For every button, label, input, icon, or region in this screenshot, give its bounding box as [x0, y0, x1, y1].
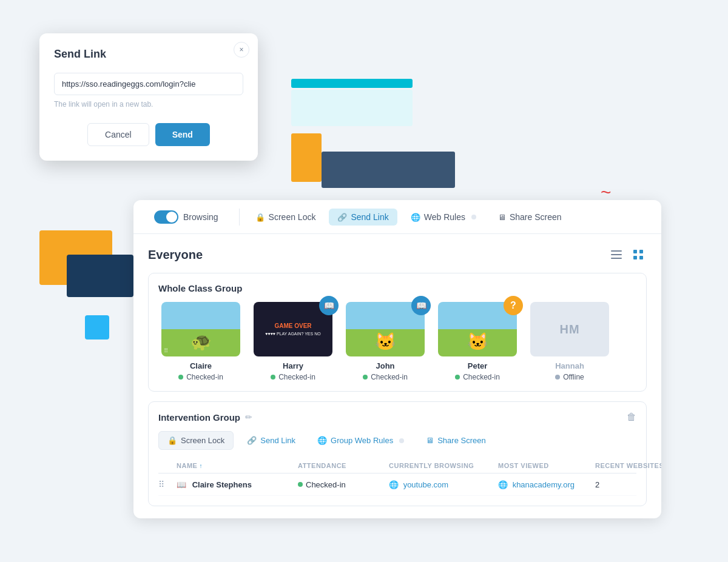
dialog-close-button[interactable]: × — [234, 42, 249, 58]
student-name-hannah: Hannah — [555, 361, 584, 370]
int-send-link-button[interactable]: Send Link — [238, 432, 304, 449]
student-thumbnail-claire: ⠿ — [161, 302, 240, 356]
td-drag — [158, 480, 177, 489]
svg-rect-1 — [611, 254, 622, 255]
section-title: Everyone — [148, 248, 203, 262]
status-dot-peter — [455, 375, 460, 380]
share-screen-label: Share Screen — [510, 212, 562, 222]
url-input[interactable] — [54, 73, 243, 95]
badge-peter: ? — [504, 296, 523, 315]
book-icon-row: 📖 — [177, 480, 186, 489]
web-rules-button[interactable]: Web Rules — [402, 209, 485, 226]
sort-arrow: ↑ — [199, 463, 203, 469]
view-icons — [608, 246, 647, 263]
student-table: NAME ↑ ATTENDANCE CURRENTLY BROWSING MOS… — [158, 458, 636, 496]
content-area: Everyone — [133, 234, 661, 518]
deco-orange-block — [291, 133, 322, 182]
svg-rect-3 — [633, 250, 637, 253]
int-link-icon — [247, 436, 257, 445]
monitor-icon — [498, 212, 506, 222]
url-hint: The link will open in a new tab. — [54, 100, 243, 109]
grid-view-button[interactable] — [630, 246, 647, 263]
status-john: Checked-in — [363, 373, 408, 381]
status-harry: Checked-in — [271, 373, 315, 381]
dialog-title: Send Link — [54, 48, 243, 61]
screen-lock-label: Screen Lock — [269, 212, 316, 222]
student-card-claire: ⠿ Claire Checked-in — [158, 302, 243, 381]
trash-icon[interactable]: 🗑 — [627, 412, 636, 423]
td-attendance: Checked-in — [298, 480, 389, 489]
send-link-button[interactable]: Send Link — [329, 209, 397, 226]
intervention-toolbar: Screen Lock Send Link Group Web Rules Sh… — [158, 431, 636, 450]
lock-icon — [255, 212, 265, 222]
cancel-button[interactable]: Cancel — [87, 123, 149, 146]
student-card-hannah: HM Hannah Offline — [527, 302, 612, 381]
student-name-claire: Claire — [190, 361, 212, 370]
th-recent-websites: RECENT WEBSITES — [595, 462, 661, 469]
student-name-peter: Peter — [468, 361, 488, 370]
avatar-hannah: HM — [530, 302, 609, 356]
status-label-claire: Checked-in — [186, 373, 223, 381]
student-full-name: Claire Stephens — [192, 480, 252, 489]
browsing-toggle[interactable] — [154, 210, 178, 224]
student-thumbnail-hannah: HM — [530, 302, 609, 356]
table-row: 📖 Claire Stephens Checked-in 🌐 youtube.c… — [158, 473, 636, 496]
deco-navy-bottom-left — [67, 255, 133, 297]
share-screen-button[interactable]: Share Screen — [490, 209, 570, 226]
int-web-rules-dot — [399, 438, 404, 443]
int-share-screen-label: Share Screen — [437, 436, 486, 445]
badge-harry: 📖 — [319, 296, 339, 315]
status-label-john: Checked-in — [371, 373, 408, 381]
status-dot-hannah — [555, 375, 560, 380]
book-icon-harry: 📖 — [324, 301, 334, 310]
student-card-harry: 📖 Harry Checked-in — [251, 302, 335, 381]
td-most-viewed: 🌐 khanacademy.org — [498, 480, 595, 489]
svg-rect-4 — [639, 250, 643, 253]
screen-lock-button[interactable]: Screen Lock — [247, 209, 325, 226]
globe-icon — [411, 212, 420, 222]
thumb-bg-claire: ⠿ — [161, 302, 240, 356]
status-dot-harry — [271, 375, 275, 380]
int-screen-lock-button[interactable]: Screen Lock — [158, 431, 234, 450]
drag-dots-claire: ⠿ — [164, 347, 168, 354]
svg-rect-2 — [611, 258, 622, 259]
deco-navy-block — [322, 152, 455, 188]
student-name-john: John — [376, 361, 394, 370]
student-thumbnail-peter: 🐱 ? — [438, 302, 517, 356]
status-hannah: Offline — [555, 373, 584, 381]
book-icon-john: 📖 — [416, 301, 426, 310]
th-most-viewed: MOST VIEWED — [498, 462, 595, 469]
globe-icon-row: 🌐 — [389, 480, 399, 489]
deco-teal-bar — [291, 79, 413, 88]
deco-teal-block — [291, 90, 413, 126]
svg-rect-6 — [639, 256, 643, 259]
main-panel: Browsing Screen Lock Send Link Web Rules… — [133, 200, 661, 518]
int-lock-icon — [167, 436, 177, 445]
int-share-screen-button[interactable]: Share Screen — [417, 432, 494, 449]
int-send-link-label: Send Link — [260, 436, 295, 445]
status-label-peter: Checked-in — [463, 373, 500, 381]
send-button[interactable]: Send — [155, 123, 210, 146]
td-currently-browsing: 🌐 youtube.com — [389, 480, 498, 489]
most-viewed-value: khanacademy.org — [513, 480, 575, 489]
deco-blue-small — [85, 315, 109, 340]
td-name: 📖 Claire Stephens — [177, 480, 298, 489]
td-recent-websites: 2 — [595, 480, 661, 489]
toolbar-divider-1 — [239, 209, 240, 226]
th-drag — [158, 462, 177, 469]
intervention-title: Intervention Group — [158, 412, 240, 423]
web-rules-dot — [471, 215, 476, 219]
browsing-label: Browsing — [183, 212, 218, 222]
int-web-rules-button[interactable]: Group Web Rules — [309, 432, 413, 449]
status-label-hannah: Offline — [563, 373, 584, 381]
list-view-button[interactable] — [608, 246, 625, 263]
web-rules-label: Web Rules — [424, 212, 465, 222]
intervention-header: Intervention Group ✏ 🗑 — [158, 412, 636, 423]
toolbar: Browsing Screen Lock Send Link Web Rules… — [133, 200, 661, 234]
student-card-peter: 🐱 ? Peter Checked-in — [435, 302, 520, 381]
attendance-dot — [298, 482, 303, 487]
edit-icon[interactable]: ✏ — [245, 412, 252, 422]
browsing-toggle-item[interactable]: Browsing — [146, 207, 227, 227]
student-name-harry: Harry — [283, 361, 303, 370]
int-monitor-icon — [426, 436, 434, 445]
